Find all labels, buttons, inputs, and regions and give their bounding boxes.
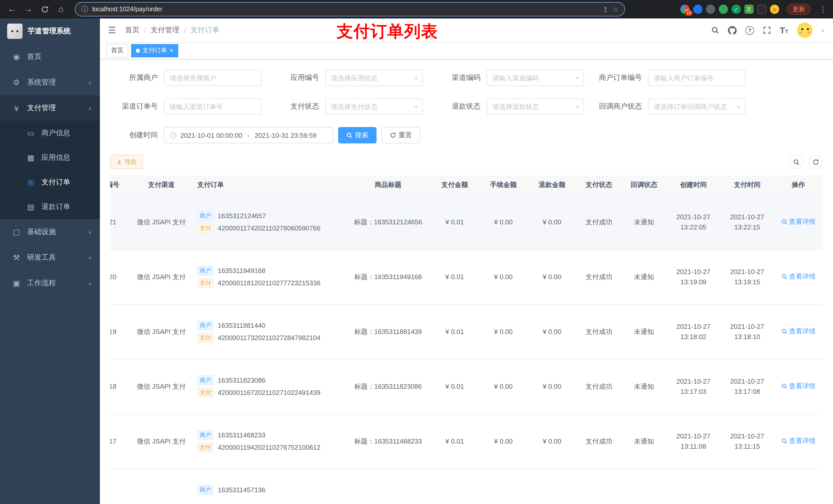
extension-icon[interactable] (706, 5, 715, 14)
sidebar-item-system[interactable]: ⚙ 系统管理 ∨ (0, 70, 100, 95)
toggle-search-button[interactable] (789, 155, 803, 169)
date-range-picker[interactable]: 2021-10-01 00:00:00 - 2021-10-31 23:59:5… (164, 127, 333, 143)
refund-status-select[interactable]: ∨ (487, 98, 584, 115)
cell-title: 标题：1635312124656 (346, 195, 430, 249)
tag-home[interactable]: 首页 (106, 44, 128, 57)
refresh-table-button[interactable] (808, 155, 823, 169)
reset-button[interactable]: 重置 (382, 127, 420, 143)
merchant-order-no-field[interactable] (648, 70, 745, 86)
site-info-icon[interactable]: ⓘ (81, 5, 88, 14)
notify-status-input[interactable] (654, 103, 733, 111)
date-end[interactable]: 2021-10-31 23:59:59 (255, 131, 316, 139)
cell-action: 查看详情 (774, 414, 823, 469)
search-icon (781, 218, 787, 224)
browser-update-button[interactable]: 更新 (787, 4, 810, 15)
column-header-title: 商品标题 (346, 175, 430, 195)
extension-icon[interactable]: 10 (680, 5, 690, 14)
view-detail-link[interactable]: 查看详情 (781, 217, 815, 226)
merchant-order-no: 1635311823086 (218, 375, 265, 385)
bookmark-star-icon[interactable]: ☆ (613, 5, 618, 13)
sidebar-item-devtool[interactable]: ⚒ 研发工具 ∨ (0, 245, 100, 270)
sidebar-item-app-info[interactable]: ▦ 应用信息 (0, 145, 100, 170)
forward-button[interactable]: → (21, 2, 36, 17)
chevron-down-icon: ∨ (414, 75, 418, 80)
browser-menu-icon[interactable]: ⋮ (817, 5, 829, 14)
sidebar-item-merchant-info[interactable]: ▭ 商户信息 (0, 121, 100, 145)
pay-status-select[interactable]: ∨ (325, 98, 423, 115)
avatar-extension-icon[interactable]: ☺ (770, 5, 779, 14)
extension-badge: 10 (685, 10, 693, 16)
app-select[interactable]: ∨ (325, 70, 423, 86)
search-button[interactable]: 搜索 (338, 127, 377, 143)
font-size-icon[interactable]: TT (780, 26, 788, 34)
channel-order-no-input[interactable] (170, 103, 256, 111)
cell-id: 21 (110, 195, 130, 249)
merchant-order-no-input[interactable] (654, 74, 740, 82)
sidebar-item-refund-order[interactable]: ▤ 退款订单 (0, 195, 100, 219)
orders-table: 编号 支付渠道 支付订单 商品标题 支付金额 手续金额 退款金额 支付状态 回调… (110, 175, 823, 504)
main: ☰ 首页 / 支付管理 / 支付订单 支付订单列表 ? (100, 19, 833, 504)
column-header-amount: 支付金额 (430, 175, 479, 195)
home-button[interactable]: ⌂ (53, 2, 69, 17)
channel-code-input[interactable] (492, 74, 571, 82)
merchant-input[interactable] (170, 74, 256, 82)
extension-icon[interactable]: 文 (744, 5, 754, 14)
cell-channel (130, 469, 192, 504)
view-detail-link[interactable]: 查看详情 (781, 381, 815, 391)
fullscreen-icon[interactable] (763, 26, 771, 34)
breadcrumb-home[interactable]: 首页 (125, 26, 140, 35)
notify-status-select[interactable]: ∨ (648, 98, 745, 115)
extension-icon[interactable]: ✓ (732, 5, 741, 14)
view-detail-link[interactable]: 查看详情 (781, 326, 815, 336)
filter-label: 创建时间 (110, 130, 164, 140)
help-icon[interactable]: ? (745, 26, 754, 34)
cell-channel: 微信 JSAPI 支付 (130, 195, 192, 249)
reload-button[interactable] (37, 2, 52, 17)
merchant-order-no: 1635311881440 (218, 320, 265, 330)
breadcrumb-separator: / (144, 26, 146, 34)
sidebar-item-home[interactable]: ◉ 首页 (0, 44, 100, 70)
avatar-caret-icon[interactable]: ∨ (821, 28, 825, 32)
table-header-row: 编号 支付渠道 支付订单 商品标题 支付金额 手续金额 退款金额 支付状态 回调… (110, 175, 823, 195)
app-input[interactable] (331, 74, 410, 82)
view-detail-link[interactable]: 查看详情 (781, 271, 815, 282)
logo-row[interactable]: 芋道管理系统 (0, 19, 100, 44)
hamburger-icon[interactable]: ☰ (108, 25, 116, 35)
tag-pay-order[interactable]: 支付订单 × (131, 44, 178, 57)
cell-create-time (667, 469, 720, 504)
filter-refund-status: 退款状态 ∨ (433, 98, 584, 115)
address-bar[interactable]: ⓘ localhost:1024/pay/order ↥ ☆ (75, 2, 625, 16)
close-icon[interactable]: × (170, 47, 173, 54)
cell-amount: ¥ 0.01 (430, 414, 479, 469)
user-avatar[interactable] (797, 23, 812, 38)
date-start[interactable]: 2021-10-01 00:00:00 (180, 131, 242, 139)
breadcrumb-pay[interactable]: 支付管理 (151, 26, 179, 35)
cell-status (576, 469, 621, 504)
extension-icon[interactable] (719, 5, 728, 14)
channel-code-select[interactable]: ∨ (487, 70, 584, 86)
search-icon (781, 273, 787, 280)
sidebar-item-infra[interactable]: ▢ 基础设施 ∨ (0, 219, 100, 245)
refund-status-input[interactable] (492, 103, 571, 111)
sidebar-item-workflow[interactable]: ▣ 工作流程 ∨ (0, 270, 100, 296)
github-icon[interactable] (728, 26, 737, 34)
reset-button-label: 重置 (399, 130, 412, 140)
search-icon[interactable] (711, 26, 719, 34)
extension-icon[interactable] (757, 5, 766, 14)
pay-status-input[interactable] (331, 103, 410, 111)
search-icon (781, 328, 787, 334)
view-detail-link[interactable]: 查看详情 (781, 436, 815, 446)
title-prefix: 标题： (354, 437, 374, 445)
cell-title: 标题：1635311881439 (346, 304, 430, 359)
sidebar-item-pay[interactable]: ¥ 支付管理 ∧ (0, 95, 100, 121)
merchant-select[interactable] (164, 70, 261, 86)
back-button[interactable]: ← (4, 2, 20, 17)
export-button[interactable]: 导出 (110, 155, 143, 169)
active-dot (136, 48, 140, 52)
share-icon[interactable]: ↥ (603, 5, 609, 13)
content: 所属商户 应用编号 ∨ 渠道编码 (100, 59, 833, 504)
sidebar-item-pay-order[interactable]: ◎ 支付订单 (0, 170, 100, 195)
channel-order-no-field[interactable] (164, 98, 261, 115)
url-text[interactable]: localhost:1024/pay/order (92, 6, 599, 13)
extension-icon[interactable] (693, 5, 703, 14)
